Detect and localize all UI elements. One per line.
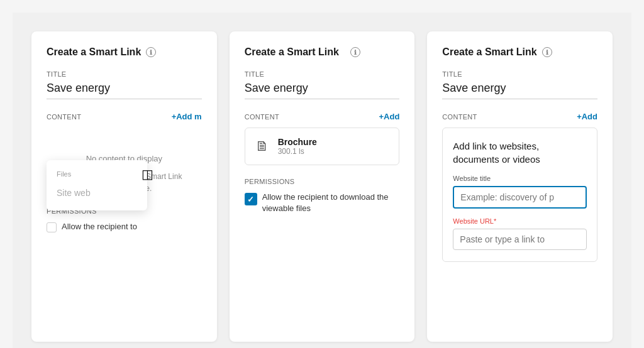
dropdown-section-label: Files — [47, 168, 147, 183]
content-label-1: Content — [47, 113, 81, 121]
content-header-3: Content +Add — [442, 112, 597, 121]
website-url-label: Website URL* — [453, 217, 587, 225]
checkbox-row-1: Allow the recipient to — [47, 221, 202, 232]
title-label-3: Title — [442, 70, 597, 78]
panel-2: Create a Smart Link ℹ Title Save energy … — [230, 31, 415, 342]
checkbox-label-2: Allow the recipient to download the view… — [262, 192, 400, 214]
panel-3-header: Create a Smart Link ℹ — [442, 46, 597, 58]
checkbox-row-2: Allow the recipient to download the view… — [245, 192, 400, 214]
title-label-2: Title — [245, 70, 400, 78]
info-icon-3[interactable]: ℹ — [542, 47, 552, 57]
checkbox-2[interactable] — [245, 193, 257, 205]
content-header-2: Content +Add — [245, 112, 400, 121]
panel-2-header: Create a Smart Link ℹ — [245, 46, 400, 58]
panel-2-title: Create a Smart Link — [245, 46, 339, 58]
checkbox-label-1: Allow the recipient to — [62, 221, 137, 232]
dropdown-item-site-web[interactable]: Site web — [47, 183, 147, 203]
link-card-title: Add link to websites, documents or video… — [453, 139, 587, 166]
panel-3-title: Create a Smart Link — [442, 46, 536, 58]
permissions-section-1: Permissions Allow the recipient to — [47, 207, 202, 232]
title-label-1: Title — [47, 70, 202, 78]
add-button-3[interactable]: +Add — [577, 112, 597, 121]
content-header-1: Content +Add m — [47, 112, 202, 121]
panel-1: Create a Smart Link ℹ Title Save energy … — [31, 31, 217, 342]
website-title-input[interactable] — [453, 186, 587, 209]
website-title-label: Website title — [453, 175, 587, 182]
file-card: 🗎 Brochure 300.1 ls — [245, 128, 400, 165]
info-icon-2[interactable]: ℹ — [350, 47, 360, 57]
panel-3: Create a Smart Link ℹ Title Save energy … — [427, 31, 613, 342]
panel-1-header: Create a Smart Link ℹ — [47, 46, 202, 58]
panel-1-title: Create a Smart Link — [47, 46, 141, 58]
permissions-label-2: Permissions — [245, 178, 400, 185]
title-value-3: Save energy — [442, 82, 597, 99]
title-value-1: Save energy — [47, 82, 202, 99]
checkbox-1[interactable] — [47, 222, 57, 232]
dropdown-menu-1: Files Site web — [47, 160, 147, 210]
content-label-2: Content — [245, 113, 279, 121]
info-icon-1[interactable]: ℹ — [146, 47, 156, 57]
permissions-section-2: Permissions Allow the recipient to downl… — [245, 178, 400, 214]
file-name: Brochure — [278, 137, 317, 147]
content-label-3: Content — [442, 113, 477, 121]
file-icon: 🗎 — [255, 138, 269, 155]
cursor-icon: ◫ — [142, 166, 153, 182]
link-card: Add link to websites, documents or video… — [442, 128, 597, 262]
title-value-2: Save energy — [245, 82, 400, 99]
website-url-input[interactable] — [453, 229, 587, 250]
add-button-1[interactable]: +Add m — [172, 112, 202, 121]
required-star: * — [494, 217, 496, 225]
file-info: Brochure 300.1 ls — [278, 137, 317, 156]
add-button-2[interactable]: +Add — [379, 112, 399, 121]
file-size: 300.1 ls — [278, 147, 317, 156]
